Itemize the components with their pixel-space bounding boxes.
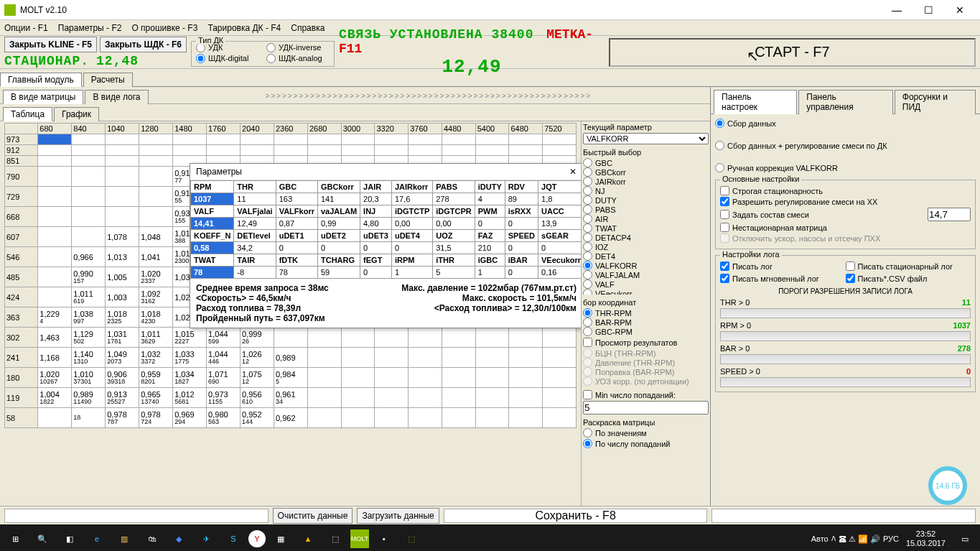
minimize-button[interactable]: —	[881, 2, 913, 18]
chk-csv[interactable]: Писать*.CSV файл	[846, 274, 971, 283]
slider-RPM > 0[interactable]: RPM > 01037	[720, 321, 971, 341]
mode-manual[interactable]: Ручная коррекция VALFKORR	[715, 163, 976, 172]
quick-GBC[interactable]: GBC	[583, 158, 709, 167]
axes-0[interactable]: THR-RPM	[583, 308, 709, 318]
maximize-button[interactable]: ☐	[913, 2, 944, 18]
threshold-label: ПОРОГИ РАЗРЕШЕНИЯ ЗАПИСИ ЛОГА	[720, 287, 971, 295]
tab-matrix-view[interactable]: В виде матрицы	[3, 90, 83, 104]
menu-params[interactable]: Параметры - F2	[58, 23, 122, 33]
quick-VALFJALAM[interactable]: VALFJALAM	[583, 270, 709, 279]
quick-DET4[interactable]: DET4	[583, 251, 709, 261]
menu-options[interactable]: Опции - F1	[4, 23, 48, 33]
popup-close-icon[interactable]: ✕	[569, 167, 577, 177]
quick-AIR[interactable]: AIR	[583, 214, 709, 223]
molt-icon[interactable]: MOLT	[350, 529, 369, 548]
menu-help[interactable]: Справка	[291, 23, 325, 33]
tab-calculations[interactable]: Расчеты	[83, 73, 133, 87]
cmd-icon[interactable]: ▪	[372, 527, 396, 550]
tab-chart[interactable]: График	[54, 107, 99, 121]
app1-icon[interactable]: ◆	[167, 527, 191, 550]
ecu-icon[interactable]: ⬚	[399, 527, 424, 550]
mix-value-input[interactable]	[928, 208, 971, 221]
quick-VEecukorr[interactable]: VEecukorr	[583, 289, 709, 295]
clock[interactable]: 23:5215.03.2017	[902, 529, 950, 548]
chip-icon[interactable]: ⬚	[323, 527, 347, 550]
close-button[interactable]: ✕	[944, 2, 976, 18]
slider-SPEED > 0[interactable]: SPEED > 00	[720, 367, 971, 387]
clear-data-button[interactable]: Очистить данные	[273, 508, 353, 524]
tab-log-view[interactable]: В виде лога	[85, 90, 148, 104]
store-icon[interactable]: 🛍	[139, 527, 164, 550]
axes-1[interactable]: BAR-RPM	[583, 318, 709, 327]
chk-instant-log[interactable]: Писать мгновенный лог	[720, 274, 846, 283]
chk-allow-xx[interactable]: Разрешить регулирование смеси на ХХ	[720, 197, 971, 206]
toolbar: Закрыть KLINE - F5 Закрыть ШДК - F6 СТАЦ…	[0, 36, 980, 69]
bottom-spacer-1	[4, 509, 269, 523]
lang-indicator[interactable]: РУС	[883, 534, 899, 543]
chk-strict[interactable]: Строгая стационарность	[720, 186, 971, 195]
quick-TWAT[interactable]: TWAT	[583, 223, 709, 233]
chk-nonstation[interactable]: Нестационарная матрица	[720, 223, 971, 232]
tab-control-panel[interactable]: Панель управления	[798, 90, 893, 114]
afr-value: 12,49	[442, 56, 501, 78]
save-button[interactable]: Сохранить - F8	[444, 509, 708, 523]
axes-2[interactable]: GBC-RPM	[583, 327, 709, 336]
dk-shdk-dig[interactable]: ШДК-digital	[196, 54, 259, 63]
chk-disable-pump: Отключить ускор. насосы и отсечку ПХХ	[720, 233, 971, 243]
search-icon[interactable]: 🔍	[30, 527, 55, 550]
auto-label[interactable]: Авто	[811, 534, 829, 543]
dk-udk-inv[interactable]: УДК-inverse	[266, 43, 330, 52]
edge-icon[interactable]: e	[85, 527, 109, 550]
tab-table[interactable]: Таблица	[3, 107, 52, 121]
quick-NJ[interactable]: NJ	[583, 186, 709, 195]
results-check[interactable]: Просмотр результатов	[583, 338, 709, 347]
start-button[interactable]: СТАРТ - F7 ↖	[609, 38, 976, 67]
current-param-select[interactable]: VALFKORR	[583, 133, 709, 144]
color-by-hits[interactable]: По числу попаданий	[583, 439, 709, 448]
cursor-icon: ↖	[747, 47, 759, 65]
load-data-button[interactable]: Загрузить данные	[357, 508, 439, 524]
min-hits-check[interactable]: Min число попаданий:	[583, 390, 709, 399]
start-icon[interactable]: ⊞	[3, 527, 27, 550]
yandex-icon[interactable]: Y	[248, 530, 266, 547]
close-shdk-button[interactable]: Закрыть ШДК - F6	[100, 37, 187, 52]
quick-JAIRkorr[interactable]: JAIRkorr	[583, 177, 709, 186]
quick-DUTY[interactable]: DUTY	[583, 195, 709, 205]
close-kline-button[interactable]: Закрыть KLINE - F5	[4, 37, 97, 52]
dk-shdk-ana[interactable]: ШДК-analog	[266, 54, 330, 63]
taskview-icon[interactable]: ◧	[57, 527, 82, 550]
mode-collect-reg[interactable]: Сбор данных + регулирование смеси по ДК	[715, 141, 976, 150]
right-tabs: Панель настроек Панель управления Форсун…	[711, 87, 980, 114]
quick-GBCkorr[interactable]: GBCkorr	[583, 167, 709, 177]
chk-write-log[interactable]: Писать лог	[720, 261, 846, 271]
skype-icon[interactable]: S	[221, 527, 246, 550]
tray-overflow-icon[interactable]: ᐱ	[831, 535, 836, 542]
notifications-icon[interactable]: ▭	[953, 527, 977, 550]
min-hits-input[interactable]	[583, 401, 709, 415]
bottom-spacer-2	[711, 509, 976, 523]
quick-PABS[interactable]: PABS	[583, 205, 709, 214]
quick-DETACP4[interactable]: DETACP4	[583, 233, 709, 242]
calc-icon[interactable]: ▦	[269, 527, 293, 550]
menu-calibration[interactable]: Тарировка ДК - F4	[207, 23, 281, 33]
slider-THR > 0[interactable]: THR > 011	[720, 298, 971, 318]
tray-icons[interactable]: 🕿 ⚠ 📶 🔊	[839, 534, 880, 544]
telegram-icon[interactable]: ✈	[194, 527, 218, 550]
menu-firmware[interactable]: О прошивке - F3	[131, 23, 197, 33]
quick-IOZ[interactable]: IOZ	[583, 242, 709, 251]
explorer-icon[interactable]: ▥	[112, 527, 136, 550]
color-by-value[interactable]: По значениям	[583, 428, 709, 437]
chk-mix[interactable]: Задать состав смеси	[720, 208, 971, 221]
tab-main-module[interactable]: Главный модуль	[0, 73, 82, 87]
disk-indicator: 14.6 ГБ	[928, 466, 967, 505]
tab-injectors[interactable]: Форсунки и ПИД	[895, 90, 976, 114]
mode-collect[interactable]: Сбор данных	[715, 119, 976, 128]
slider-BAR > 0[interactable]: BAR > 0278	[720, 344, 971, 364]
quick-VALF[interactable]: VALF	[583, 279, 709, 289]
tab-settings-panel[interactable]: Панель настроек	[714, 90, 797, 114]
aimp-icon[interactable]: ▲	[296, 527, 320, 550]
chk-station-log[interactable]: Писать стационарный лог	[846, 261, 971, 271]
quick-VALFKORR[interactable]: VALFKORR	[583, 261, 709, 270]
res-3: УОЗ корр. (по детонации)	[583, 376, 709, 386]
parameters-popup: Параметры ✕ RPMTHRGBCGBCkorrJAIRJAIRkorr…	[190, 163, 581, 328]
